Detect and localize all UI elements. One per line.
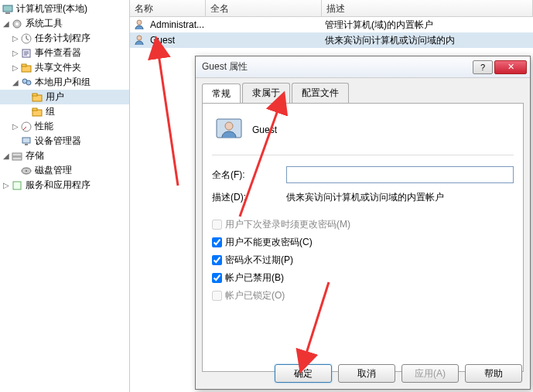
tree-item-services-apps[interactable]: ▷ 服务和应用程序 <box>0 178 129 193</box>
svg-rect-1 <box>5 12 10 14</box>
check-account-locked: 帐户已锁定(O) <box>212 289 514 302</box>
tree-label: 性能 <box>35 120 53 133</box>
users-icon <box>20 77 32 89</box>
list-row-guest[interactable]: Guest 供来宾访问计算机或访问域的内 <box>130 32 533 48</box>
tree-expand-icon[interactable]: ▷ <box>2 181 11 189</box>
help-button-bottom[interactable]: 帮助 <box>465 364 522 383</box>
tree-label: 存储 <box>26 149 44 162</box>
checkbox-mustchange <box>212 220 222 230</box>
description-label: 描述(D): <box>212 191 286 204</box>
tree-label: 任务计划程序 <box>35 32 91 45</box>
tree-collapse-icon[interactable]: ◢ <box>11 78 20 87</box>
checkbox-locked <box>212 291 222 301</box>
tree-expand-icon[interactable]: ▷ <box>11 63 20 72</box>
disk-icon <box>20 165 32 177</box>
checkbox-cannotchange[interactable] <box>212 237 222 247</box>
tree-item-storage[interactable]: ◢ 存储 <box>0 148 129 163</box>
svg-rect-18 <box>12 157 22 160</box>
col-header-fullname[interactable]: 全名 <box>206 0 322 16</box>
check-password-never-expires[interactable]: 密码永不过期(P) <box>212 254 514 267</box>
user-icon <box>133 19 145 31</box>
tree-label: 设备管理器 <box>35 135 81 148</box>
tree-item-system-tools[interactable]: ◢ 系统工具 <box>0 16 129 31</box>
list-header: 名称 全名 描述 <box>130 0 533 17</box>
computer-icon <box>2 3 14 15</box>
ok-button[interactable]: 确定 <box>275 364 332 383</box>
tree-collapse-icon[interactable]: ◢ <box>2 19 11 28</box>
svg-rect-0 <box>3 5 12 12</box>
row-name: Administrat... <box>150 19 204 30</box>
tree-item-disk-management[interactable]: 磁盘管理 <box>0 163 129 178</box>
tab-general[interactable]: 常规 <box>202 84 241 104</box>
col-header-name[interactable]: 名称 <box>130 0 206 16</box>
svg-point-9 <box>26 80 31 85</box>
dialog-titlebar[interactable]: Guest 属性 ? ✕ <box>196 56 530 78</box>
dialog-button-row: 确定 取消 应用(A) 帮助 <box>275 364 522 383</box>
storage-icon <box>11 150 23 162</box>
tree-item-shared-folders[interactable]: ▷ 共享文件夹 <box>0 60 129 75</box>
list-row-administrator[interactable]: Administrat... 管理计算机(域)的内置帐户 <box>130 17 533 32</box>
dialog-title: Guest 属性 <box>202 60 473 73</box>
tree-item-event-viewer[interactable]: ▷ 事件查看器 <box>0 46 129 60</box>
user-large-icon <box>215 116 243 144</box>
svg-rect-11 <box>32 94 37 96</box>
device-icon <box>20 135 32 148</box>
svg-point-20 <box>26 170 27 172</box>
svg-rect-7 <box>22 64 26 66</box>
svg-rect-16 <box>25 144 28 145</box>
tree-label: 用户 <box>46 90 64 104</box>
tree-label: 磁盘管理 <box>35 164 72 177</box>
tree-item-performance[interactable]: ▷ 性能 <box>0 119 129 134</box>
check-cannot-change-password[interactable]: 用户不能更改密码(C) <box>212 236 514 249</box>
tree-expand-icon[interactable]: ▷ <box>11 49 20 57</box>
folder-icon <box>31 106 43 118</box>
tab-strip: 常规 隶属于 配置文件 <box>196 78 530 103</box>
task-icon <box>20 32 32 45</box>
username-display: Guest <box>252 124 277 135</box>
cancel-button[interactable]: 取消 <box>338 364 395 383</box>
folder-icon <box>31 91 43 104</box>
tree-expand-icon[interactable]: ▷ <box>11 122 20 131</box>
tab-profile[interactable]: 配置文件 <box>292 83 349 103</box>
svg-point-25 <box>225 122 233 130</box>
svg-rect-13 <box>32 108 37 111</box>
row-desc: 供来宾访问计算机或访问域的内 <box>325 34 533 47</box>
tree-root[interactable]: 计算机管理(本地) <box>0 2 129 16</box>
apply-button[interactable]: 应用(A) <box>401 364 459 383</box>
tree-collapse-icon[interactable]: ◢ <box>2 152 11 160</box>
tree-expand-icon[interactable]: ▷ <box>11 34 20 43</box>
properties-dialog: Guest 属性 ? ✕ 常规 隶属于 配置文件 Guest 全名(F): 描述… <box>195 56 531 390</box>
tree-label: 组 <box>46 105 55 118</box>
svg-point-3 <box>15 22 19 26</box>
tab-memberof[interactable]: 隶属于 <box>242 83 290 103</box>
checkbox-disabled[interactable] <box>212 273 222 283</box>
gear-icon <box>11 18 23 30</box>
close-button[interactable]: ✕ <box>494 60 527 74</box>
tree-label: 本地用户和组 <box>35 76 91 89</box>
checkbox-neverexpire[interactable] <box>212 255 222 265</box>
tree-label: 共享文件夹 <box>35 61 81 74</box>
tree-item-users[interactable]: 用户 <box>0 90 129 104</box>
col-header-desc[interactable]: 描述 <box>322 0 533 16</box>
tree-label: 系统工具 <box>26 17 63 30</box>
tree-item-groups[interactable]: 组 <box>0 104 129 119</box>
tab-content-general: Guest 全名(F): 描述(D): 供来宾访问计算机或访问域的内置帐户 用户… <box>202 103 524 372</box>
tree-item-task-scheduler[interactable]: ▷ 任务计划程序 <box>0 31 129 46</box>
tree-item-local-users-groups[interactable]: ◢ 本地用户和组 <box>0 75 129 90</box>
services-icon <box>11 179 23 192</box>
svg-point-22 <box>137 20 142 25</box>
fullname-input[interactable] <box>286 166 514 183</box>
check-must-change-password: 用户下次登录时须更改密码(M) <box>212 218 514 231</box>
user-icon <box>133 34 145 46</box>
share-icon <box>20 62 32 74</box>
fullname-label: 全名(F): <box>212 169 286 182</box>
help-button[interactable]: ? <box>473 60 493 74</box>
tree-label: 事件查看器 <box>35 46 81 60</box>
event-icon <box>20 47 32 60</box>
tree-root-label: 计算机管理(本地) <box>16 2 87 15</box>
check-account-disabled[interactable]: 帐户已禁用(B) <box>212 271 514 285</box>
tree-item-device-manager[interactable]: 设备管理器 <box>0 134 129 148</box>
tree-label: 服务和应用程序 <box>26 179 91 192</box>
svg-rect-17 <box>12 153 22 156</box>
row-desc: 管理计算机(域)的内置帐户 <box>325 19 533 32</box>
